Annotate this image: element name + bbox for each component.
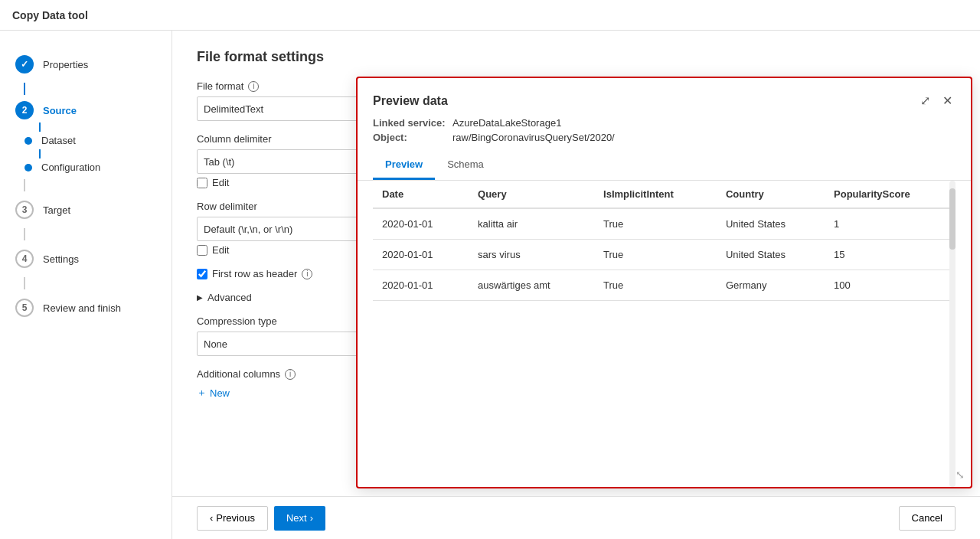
sidebar-item-properties[interactable]: ✓ Properties: [0, 46, 172, 83]
step-circle-review: 5: [15, 299, 34, 317]
object-value: raw/BingCoronavirusQuerySet/2020/: [452, 132, 956, 143]
title-bar: Copy Data tool: [0, 0, 980, 31]
content-inner: File format settings File format i Delim…: [172, 31, 980, 496]
file-format-info-icon: i: [248, 81, 259, 92]
cell-country-2: United States: [717, 240, 825, 270]
sidebar-label-configuration: Configuration: [41, 162, 100, 173]
table-row: 2020-01-01 sars virus True United States…: [373, 240, 956, 270]
row-delimiter-edit-label: Edit: [212, 244, 229, 256]
step-circle-configuration: [24, 164, 32, 172]
cell-date-3: 2020-01-01: [373, 270, 469, 301]
first-row-header-info-icon: i: [302, 269, 312, 279]
sidebar-item-source[interactable]: 2 Source: [0, 95, 172, 122]
modal-close-button[interactable]: ✕: [939, 90, 956, 111]
modal-info: Linked service: AzureDataLakeStorage1 Ob…: [358, 117, 971, 152]
step-circle-target: 3: [15, 201, 34, 219]
sidebar-label-properties: Properties: [43, 59, 88, 70]
section-title: File format settings: [197, 49, 956, 65]
table-scrollbar-thumb[interactable]: [949, 188, 956, 250]
additional-columns-info-icon: i: [285, 369, 296, 380]
col-query: Query: [469, 181, 594, 208]
modal-table-wrapper: Date Query IsImplicitIntent Country Popu…: [358, 181, 971, 487]
cell-score-2: 15: [825, 240, 956, 270]
table-header-row: Date Query IsImplicitIntent Country Popu…: [373, 181, 956, 208]
linked-service-value: AzureDataLakeStorage1: [452, 117, 956, 129]
col-date: Date: [373, 181, 469, 208]
modal-expand-button[interactable]: ⤢: [917, 90, 933, 111]
column-delimiter-edit-label: Edit: [212, 177, 229, 188]
step-circle-dataset: [24, 137, 32, 145]
plus-icon: ＋: [197, 386, 207, 400]
previous-button[interactable]: ‹ Previous: [197, 506, 268, 531]
cell-isimplicit-1: True: [594, 208, 717, 240]
modal-controls: ⤢ ✕: [917, 90, 956, 111]
col-isimplicitintent: IsImplicitIntent: [594, 181, 717, 208]
chevron-left-icon: ‹: [210, 512, 213, 524]
preview-data-panel: Preview data ⤢ ✕ Linked service: AzureDa…: [356, 77, 972, 488]
cell-score-3: 100: [825, 270, 956, 301]
sidebar-label-review: Review and finish: [43, 302, 121, 314]
sidebar-label-settings: Settings: [43, 253, 79, 265]
modal-header: Preview data ⤢ ✕: [358, 78, 971, 117]
col-popularityscore: PopularityScore: [825, 181, 956, 208]
connector-4: [24, 277, 25, 289]
cancel-button[interactable]: Cancel: [899, 506, 956, 531]
table-scrollbar[interactable]: [949, 181, 956, 487]
object-label: Object:: [373, 132, 449, 143]
connector-1: [24, 83, 25, 95]
modal-tabs: Preview Schema: [358, 152, 971, 181]
cell-query-2: sars virus: [469, 240, 594, 270]
next-button[interactable]: Next ›: [274, 506, 325, 531]
app-title: Copy Data tool: [12, 9, 88, 21]
sidebar-item-dataset[interactable]: Dataset: [0, 132, 172, 149]
footer: ‹ Previous Next › Cancel: [172, 496, 980, 539]
cell-score-1: 1: [825, 208, 956, 240]
sidebar-item-configuration[interactable]: Configuration: [0, 158, 172, 179]
cell-query-1: kalitta air: [469, 208, 594, 240]
content-area: File format settings File format i Delim…: [172, 31, 980, 539]
sidebar-item-review[interactable]: 5 Review and finish: [0, 289, 172, 326]
sidebar-label-source: Source: [43, 105, 77, 116]
table-head: Date Query IsImplicitIntent Country Popu…: [373, 181, 956, 208]
cell-country-1: United States: [717, 208, 825, 240]
column-delimiter-edit-checkbox[interactable]: [197, 178, 207, 188]
sidebar-item-target[interactable]: 3 Target: [0, 191, 172, 228]
connector-3: [24, 228, 25, 240]
sidebar: ✓ Properties 2 Source Dataset Configurat…: [0, 31, 172, 539]
first-row-header-checkbox[interactable]: [197, 269, 207, 279]
resize-handle[interactable]: ⤡: [956, 469, 965, 481]
tab-schema[interactable]: Schema: [435, 152, 496, 180]
cell-country-3: Germany: [717, 270, 825, 301]
sidebar-label-target: Target: [43, 204, 70, 216]
chevron-right-icon: ▶: [197, 293, 203, 302]
cell-date-2: 2020-01-01: [373, 240, 469, 270]
table-row: 2020-01-01 kalitta air True United State…: [373, 208, 956, 240]
cell-date-1: 2020-01-01: [373, 208, 469, 240]
col-country: Country: [717, 181, 825, 208]
table-row: 2020-01-01 auswärtiges amt True Germany …: [373, 270, 956, 301]
connector-2: [24, 179, 25, 191]
main-layout: ✓ Properties 2 Source Dataset Configurat…: [0, 31, 980, 539]
step-circle-properties: ✓: [15, 55, 34, 74]
modal-title: Preview data: [373, 94, 448, 108]
cell-isimplicit-2: True: [594, 240, 717, 270]
preview-table: Date Query IsImplicitIntent Country Popu…: [373, 181, 956, 301]
table-body: 2020-01-01 kalitta air True United State…: [373, 208, 956, 301]
step-circle-source: 2: [15, 101, 34, 119]
row-delimiter-edit-checkbox[interactable]: [197, 245, 207, 256]
advanced-label: Advanced: [207, 292, 252, 303]
cell-isimplicit-3: True: [594, 270, 717, 301]
sidebar-label-dataset: Dataset: [41, 135, 76, 146]
cell-query-3: auswärtiges amt: [469, 270, 594, 301]
linked-service-label: Linked service:: [373, 117, 449, 129]
tab-preview[interactable]: Preview: [373, 152, 435, 180]
chevron-right-icon: ›: [310, 512, 313, 524]
first-row-header-label: First row as header: [212, 268, 297, 279]
sidebar-item-settings[interactable]: 4 Settings: [0, 240, 172, 277]
step-circle-settings: 4: [15, 250, 34, 268]
